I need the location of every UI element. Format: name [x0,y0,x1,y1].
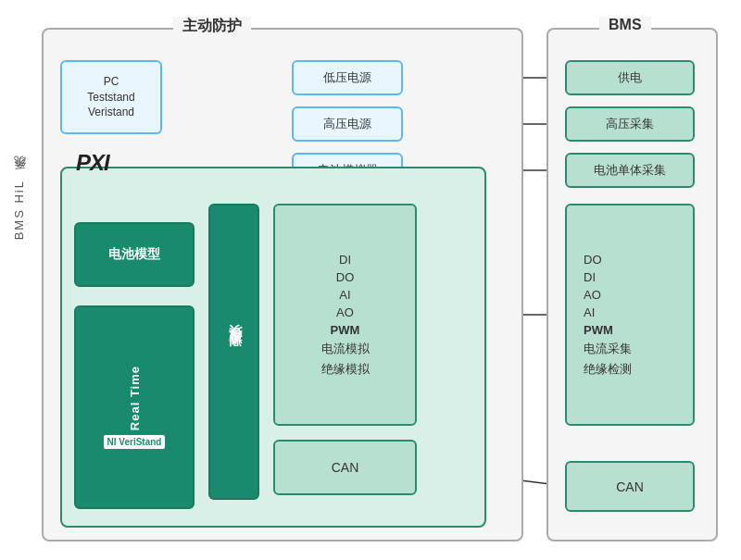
bms-supply-box: 供电 [565,60,695,95]
bms-title: BMS [599,17,651,33]
bms-ao: AO [584,288,601,302]
realtime-label: Real Time [128,366,142,430]
battery-model-label: 电池模型 [108,246,160,263]
bms-can-box: CAN [565,461,695,512]
pc-label: PCTeststandVeristand [87,74,134,120]
bms-can-label: CAN [616,479,644,494]
bms-highv-box: 高压采集 [565,106,695,142]
signal-current: 电流模拟 [321,341,370,357]
battery-model-box: 电池模型 [74,222,195,287]
bms-do: DO [584,253,602,267]
can-label: CAN [332,460,359,475]
bms-signal-box: DO DI AO AI PWM 电流采集 绝缘检测 [565,204,695,426]
bms-di: DI [584,270,596,284]
signal-ao: AO [336,305,354,319]
high-voltage-box: 高压电源 [292,106,403,142]
bms-ai: AI [584,305,595,319]
bms-pwm: PWM [584,323,613,337]
bms-current: 电流采集 [584,341,632,357]
signal-do: DO [336,270,355,284]
signal-insulation: 绝缘模拟 [321,361,370,378]
can-box: CAN [273,440,417,495]
bms-supply-label: 供电 [618,69,642,86]
signal-di: DI [339,253,351,267]
pc-box: PCTeststandVeristand [60,60,162,134]
pxi-label: PXI [76,150,109,176]
cekong-label: 测控模块 [226,346,243,357]
bms-insulation: 绝缘检测 [584,361,632,378]
ni-logo: NI VeriStand [104,435,166,449]
bms-highv-label: 高压采集 [606,116,654,132]
low-voltage-label: 低压电源 [323,69,371,86]
diagram: { "title": "BMS HiL系统", "sections": { "z… [9,9,732,551]
outer-label: BMS HiL系统 [11,176,28,240]
signal-pwm: PWM [331,323,360,337]
low-voltage-box: 低压电源 [292,60,403,95]
high-voltage-label: 高压电源 [323,116,371,132]
bms-cell-label: 电池单体采集 [594,162,666,179]
zhudong-title: 主动防护 [173,17,251,36]
signal-box: DI DO AI AO PWM 电流模拟 绝缘模拟 [273,204,417,426]
realtime-box: Real Time NI VeriStand [74,305,195,509]
signal-ai: AI [339,288,350,302]
cekong-box: 测控模块 [208,204,259,500]
bms-cell-box: 电池单体采集 [565,153,695,188]
